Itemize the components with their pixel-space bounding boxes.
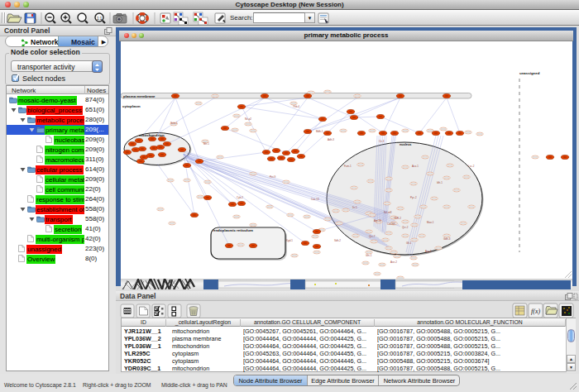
svg-text:Mdh-1: Mdh-1 — [316, 130, 323, 133]
svg-text:Qcr-2: Qcr-2 — [402, 226, 409, 229]
svg-text:1:1: 1:1 — [97, 17, 103, 21]
svg-text:Aco-1: Aco-1 — [412, 165, 419, 168]
svg-text:Fum-1: Fum-1 — [344, 165, 352, 168]
svg-text:Ilv-5: Ilv-5 — [352, 206, 357, 209]
svg-text:Asn-2: Asn-2 — [390, 261, 397, 264]
svg-text:Yhb-4: Yhb-4 — [293, 105, 299, 108]
svg-text:unassigned: unassigned — [519, 71, 540, 75]
svg-text:Cox-13: Cox-13 — [311, 198, 319, 201]
svg-text:Scm-1: Scm-1 — [170, 122, 178, 125]
svg-text:endoplasmic reticulum: endoplasmic reticulum — [213, 228, 253, 232]
svg-text:Pet-9: Pet-9 — [270, 175, 276, 179]
svg-text:Cit-3: Cit-3 — [379, 140, 385, 143]
svg-text:f(x): f(x) — [531, 308, 540, 315]
svg-text:Adh-3: Adh-3 — [328, 138, 334, 141]
svg-text:cytoplasm: cytoplasm — [122, 104, 141, 108]
svg-text:Lsc-2: Lsc-2 — [468, 165, 475, 168]
svg-text:Nit-p2: Nit-p2 — [245, 117, 251, 121]
svg-text:Sdh-2: Sdh-2 — [334, 239, 341, 242]
svg-text:Mae-1: Mae-1 — [427, 221, 434, 224]
svg-text:Cal-N8: Cal-N8 — [387, 222, 395, 226]
svg-text:plasma membrane: plasma membrane — [123, 94, 156, 98]
svg-text:Gln-1: Gln-1 — [366, 254, 372, 257]
svg-text:Cyb-2: Cyb-2 — [237, 196, 243, 199]
svg-text:Idh-1: Idh-1 — [437, 181, 443, 184]
svg-text:YKR-2: YKR-2 — [394, 217, 401, 220]
svg-text:Glt-1: Glt-1 — [406, 241, 412, 245]
svg-text:Mir-1: Mir-1 — [203, 142, 209, 146]
svg-text:Atp-16: Atp-16 — [374, 219, 381, 222]
svg-text:nucleus: nucleus — [400, 143, 411, 146]
svg-text:Pyc-2: Pyc-2 — [410, 196, 417, 199]
svg-text:Arg-4: Arg-4 — [425, 250, 432, 253]
svg-text:Scl-m8: Scl-m8 — [384, 211, 392, 214]
svg-text:Gdh-3: Gdh-3 — [443, 237, 451, 241]
svg-text:Kgd-1: Kgd-1 — [286, 239, 293, 242]
svg-text:Qcr-7: Qcr-7 — [369, 235, 376, 238]
